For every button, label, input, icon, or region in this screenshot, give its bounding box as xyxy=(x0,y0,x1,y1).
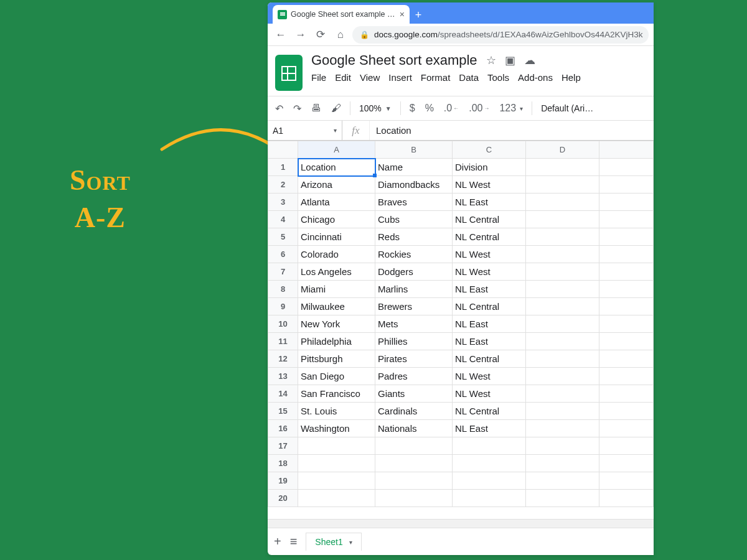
cell[interactable]: NL Central xyxy=(453,350,526,368)
decrease-decimal-button[interactable]: .0← xyxy=(441,103,461,114)
browser-tab[interactable]: Google Sheet sort example - Goo × xyxy=(273,5,410,24)
row-header[interactable]: 12 xyxy=(268,350,298,368)
cell[interactable] xyxy=(526,420,599,437)
cell[interactable]: NL West xyxy=(453,263,526,281)
paint-format-button[interactable]: 🖌 xyxy=(329,103,344,114)
row-header[interactable]: 14 xyxy=(268,385,298,403)
cell[interactable]: NL Central xyxy=(453,228,526,246)
col-header-C[interactable]: C xyxy=(453,141,526,159)
cell[interactable] xyxy=(599,350,654,368)
menu-insert[interactable]: Insert xyxy=(388,72,412,83)
cell[interactable]: Miami xyxy=(298,281,375,298)
cell[interactable]: Nationals xyxy=(375,420,453,437)
cell[interactable] xyxy=(599,298,654,315)
row-header[interactable]: 11 xyxy=(268,333,298,350)
cell[interactable] xyxy=(599,228,654,246)
cell[interactable] xyxy=(526,159,599,176)
cell[interactable]: Pirates xyxy=(375,350,453,368)
menu-format[interactable]: Format xyxy=(421,72,451,83)
cell[interactable]: Arizona xyxy=(298,176,375,194)
cell[interactable]: Diamondbacks xyxy=(375,176,453,194)
cell[interactable] xyxy=(453,490,526,507)
cell[interactable]: Cardinals xyxy=(375,403,453,420)
horizontal-scrollbar[interactable] xyxy=(268,519,654,528)
cell[interactable]: Brewers xyxy=(375,298,453,315)
cell[interactable]: Chicago xyxy=(298,211,375,228)
cell[interactable] xyxy=(526,194,599,211)
cell[interactable]: Cincinnati xyxy=(298,228,375,246)
cell[interactable]: Washington xyxy=(298,420,375,437)
col-header-B[interactable]: B xyxy=(375,141,453,159)
sheets-app-icon[interactable] xyxy=(275,55,303,91)
cell[interactable]: NL East xyxy=(453,333,526,350)
cell[interactable]: Dodgers xyxy=(375,263,453,281)
cell[interactable] xyxy=(599,281,654,298)
cell[interactable]: NL West xyxy=(453,246,526,263)
cell[interactable] xyxy=(375,490,453,507)
cell[interactable] xyxy=(526,350,599,368)
cell[interactable] xyxy=(599,420,654,437)
select-all-corner[interactable] xyxy=(268,141,298,159)
currency-format-button[interactable]: $ xyxy=(407,103,418,114)
cell[interactable]: Reds xyxy=(375,228,453,246)
cell[interactable] xyxy=(298,472,375,490)
menu-data[interactable]: Data xyxy=(459,72,479,83)
cell[interactable]: Marlins xyxy=(375,281,453,298)
font-family-select[interactable]: Default (Ari…▼ xyxy=(538,103,594,113)
row-header[interactable]: 2 xyxy=(268,176,298,194)
redo-button[interactable]: ↷ xyxy=(291,103,304,114)
row-header[interactable]: 18 xyxy=(268,455,298,472)
cell[interactable] xyxy=(599,403,654,420)
row-header[interactable]: 6 xyxy=(268,246,298,263)
name-box[interactable]: A1 ▾ xyxy=(268,121,342,140)
row-header[interactable]: 10 xyxy=(268,315,298,333)
cell[interactable] xyxy=(298,455,375,472)
menu-file[interactable]: File xyxy=(311,72,326,83)
cell[interactable] xyxy=(298,490,375,507)
menu-addons[interactable]: Add-ons xyxy=(518,72,553,83)
cell[interactable]: NL Central xyxy=(453,298,526,315)
cell[interactable] xyxy=(526,315,599,333)
row-header[interactable]: 16 xyxy=(268,420,298,437)
sheet-area[interactable]: A B C D 1LocationNameDivision2ArizonaDia… xyxy=(268,141,654,519)
row-header[interactable]: 15 xyxy=(268,403,298,420)
col-header-D[interactable]: D xyxy=(526,141,599,159)
cell[interactable] xyxy=(526,298,599,315)
cell[interactable] xyxy=(599,159,654,176)
cell[interactable] xyxy=(526,437,599,455)
all-sheets-button[interactable]: ≡ xyxy=(290,534,298,549)
menu-help[interactable]: Help xyxy=(561,72,581,83)
cell[interactable] xyxy=(526,246,599,263)
cell[interactable] xyxy=(599,437,654,455)
document-title[interactable]: Google Sheet sort example xyxy=(311,52,477,68)
home-button[interactable]: ⌂ xyxy=(332,27,349,43)
cell[interactable]: NL East xyxy=(453,281,526,298)
cell[interactable] xyxy=(599,263,654,281)
cell[interactable] xyxy=(526,211,599,228)
cell[interactable] xyxy=(599,472,654,490)
cell[interactable] xyxy=(526,455,599,472)
cell[interactable] xyxy=(375,437,453,455)
cell[interactable] xyxy=(453,437,526,455)
cell[interactable]: NL East xyxy=(453,194,526,211)
cell[interactable] xyxy=(526,368,599,385)
cell[interactable] xyxy=(526,490,599,507)
cell[interactable]: Location xyxy=(298,159,375,176)
cell[interactable] xyxy=(599,455,654,472)
address-bar[interactable]: 🔒 docs.google.com/spreadsheets/d/1EXAa46… xyxy=(352,26,649,44)
col-header-A[interactable]: A xyxy=(298,141,375,159)
cell[interactable]: St. Louis xyxy=(298,403,375,420)
cell[interactable] xyxy=(599,211,654,228)
cell[interactable]: Atlanta xyxy=(298,194,375,211)
undo-button[interactable]: ↶ xyxy=(273,103,286,114)
row-header[interactable]: 7 xyxy=(268,263,298,281)
cell[interactable]: NL West xyxy=(453,176,526,194)
cell[interactable]: Cubs xyxy=(375,211,453,228)
cell[interactable]: Padres xyxy=(375,368,453,385)
add-sheet-button[interactable]: + xyxy=(274,534,281,549)
row-header[interactable]: 5 xyxy=(268,228,298,246)
cell[interactable]: NL East xyxy=(453,420,526,437)
cloud-status-icon[interactable]: ☁ xyxy=(524,54,535,67)
move-icon[interactable]: ▣ xyxy=(505,54,515,67)
print-button[interactable]: 🖶 xyxy=(309,103,324,114)
